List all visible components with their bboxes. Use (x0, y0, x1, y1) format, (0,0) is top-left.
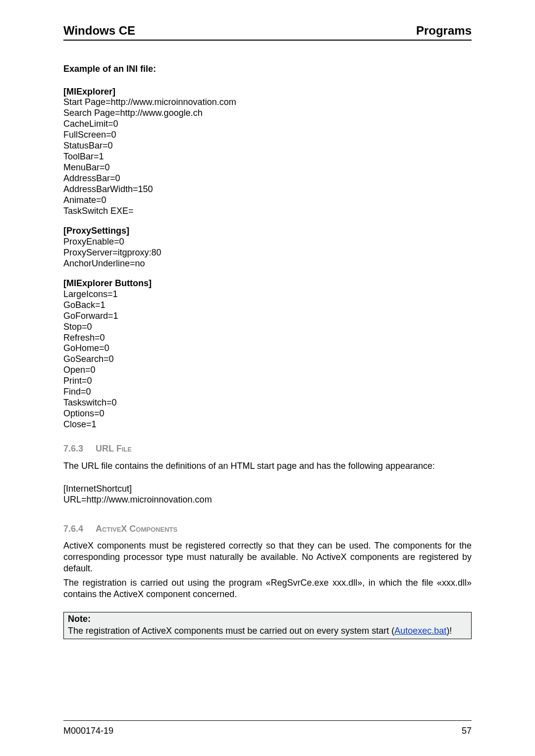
page-header: Windows CE Programs (63, 24, 472, 41)
ini-line: Refresh=0 (63, 333, 472, 344)
footer-doc-id: M000174-19 (63, 726, 113, 736)
ini-line: CacheLimit=0 (63, 119, 472, 130)
section-heading-764: 7.6.4 ActiveX Components (63, 523, 472, 535)
ini-line: LargeIcons=1 (63, 289, 472, 300)
note-text-after: )! (446, 626, 452, 636)
ini-section-header: [MIExplorer Buttons] (63, 278, 472, 289)
ini-line: Stop=0 (63, 322, 472, 333)
ini-line: Options=0 (63, 408, 472, 419)
section-number: 7.6.4 (63, 524, 83, 534)
ini-line: Print=0 (63, 376, 472, 387)
ini-line: StatusBar=0 (63, 141, 472, 151)
header-left: Windows CE (63, 24, 135, 38)
ini-section-header: [MIExplorer] (63, 87, 472, 98)
section-heading-763: 7.6.3 URL File (63, 443, 472, 454)
ini-line: TaskSwitch EXE= (63, 206, 472, 217)
ini-line: ProxyEnable=0 (63, 237, 472, 248)
ini-line: FullScreen=0 (63, 130, 472, 141)
footer-page-number: 57 (462, 726, 472, 736)
ini-section-miexplorer-buttons: [MIExplorer Buttons] LargeIcons=1 GoBack… (63, 278, 472, 430)
note-box: Note: The registration of ActiveX compon… (63, 612, 472, 639)
ini-line: GoHome=0 (63, 343, 472, 354)
ini-section-header: [ProxySettings] (63, 226, 472, 237)
url-file-line: URL=http://www.microinnovation.com (63, 495, 472, 505)
section-title: URL File (96, 444, 132, 454)
page: Windows CE Programs Example of an INI fi… (0, 0, 535, 756)
ini-line: AddressBar=0 (63, 173, 472, 184)
ini-line: Open=0 (63, 365, 472, 376)
ini-section-proxysettings: [ProxySettings] ProxyEnable=0 ProxyServe… (63, 226, 472, 269)
ini-line: Taskswitch=0 (63, 398, 472, 408)
ini-line: Animate=0 (63, 195, 472, 206)
header-right: Programs (416, 24, 472, 38)
ini-line: AnchorUnderline=no (63, 258, 472, 269)
ini-line: MenuBar=0 (63, 162, 472, 173)
page-footer: M000174-19 57 (63, 720, 472, 736)
ini-line: Start Page=http://www.microinnovation.co… (63, 97, 472, 108)
section-764-para2: The registration is carried out using th… (63, 577, 472, 600)
ini-line: GoForward=1 (63, 311, 472, 322)
section-764-para1: ActiveX components must be registered co… (63, 540, 472, 574)
ini-line: Search Page=http://www.google.ch (63, 108, 472, 119)
url-file-line: [InternetShortcut] (63, 484, 472, 495)
ini-line: ProxyServer=itgproxy:80 (63, 248, 472, 258)
note-label: Note: (68, 614, 91, 624)
ini-line: GoSearch=0 (63, 354, 472, 365)
autoexec-link[interactable]: Autoexec.bat (394, 626, 446, 636)
ini-line: GoBack=1 (63, 300, 472, 311)
ini-line: Find=0 (63, 387, 472, 398)
ini-section-miexplorer: [MIExplorer] Start Page=http://www.micro… (63, 87, 472, 217)
ini-line: ToolBar=1 (63, 151, 472, 162)
example-heading: Example of an INI file: (63, 63, 472, 75)
section-763-intro: The URL file contains the definitions of… (63, 460, 472, 472)
page-body: Example of an INI file: [MIExplorer] Sta… (63, 63, 472, 676)
section-title: ActiveX Components (96, 524, 177, 534)
ini-line: Close=1 (63, 419, 472, 430)
ini-line: AddressBarWidth=150 (63, 184, 472, 195)
section-number: 7.6.3 (63, 444, 83, 454)
note-text-before: The registration of ActiveX components m… (68, 626, 394, 636)
